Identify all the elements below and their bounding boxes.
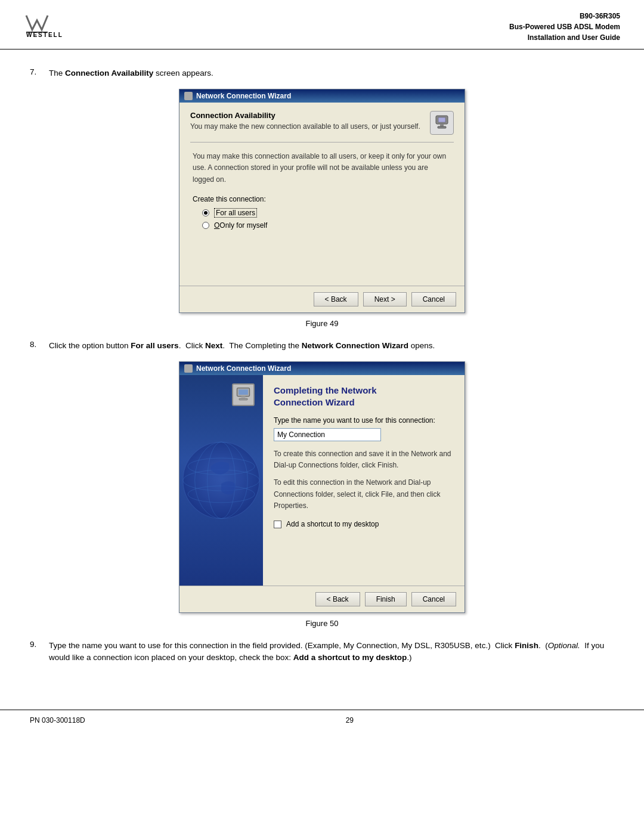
step-7: 7. The Connection Availability screen ap… <box>30 67 614 79</box>
wizard-body: Completing the Network Connection Wizard… <box>179 375 465 586</box>
dialog1-back-button[interactable]: < Back <box>314 292 358 306</box>
footer-page: 29 <box>346 716 354 724</box>
radio-for-all-users-label: For all users <box>214 208 257 218</box>
wizard-left-device-icon <box>232 383 255 406</box>
step-8-bold2: Next <box>205 341 222 350</box>
logo-area: WESTELL <box>24 11 78 38</box>
step-9-bold2: Add a shortcut to my desktop <box>293 653 407 662</box>
shortcut-label: Add a shortcut to my desktop <box>286 520 379 528</box>
dialog1-next-button[interactable]: Next > <box>363 292 407 306</box>
create-label: Create this connection: <box>190 195 454 203</box>
step-8-text: Click the option button For all users. C… <box>49 340 614 352</box>
step-7-bold: Connection Availability <box>65 69 153 78</box>
shortcut-checkbox[interactable] <box>274 521 281 528</box>
page-footer: PN 030-300118D 29 <box>0 710 644 730</box>
dialog2-wrapper: Network Connection Wizard <box>30 361 614 613</box>
network-device-icon <box>432 113 451 132</box>
globe-graphic <box>179 375 263 586</box>
dialog2-footer: < Back Finish Cancel <box>179 586 465 612</box>
dialog1-titlebar: Network Connection Wizard <box>179 89 465 103</box>
svg-rect-15 <box>239 398 247 400</box>
figure-49-label: Figure 49 <box>30 319 614 328</box>
dialog2-back-button[interactable]: < Back <box>315 592 360 606</box>
product-line1: Bus-Powered USB ADSL Modem <box>509 21 620 32</box>
step-8-bold1: For all users <box>131 341 178 350</box>
dialog1-info: You may make this connection available t… <box>190 151 454 185</box>
dialog1-titlebar-icon <box>184 92 193 100</box>
step-7-number: 7. <box>30 67 43 79</box>
step-8-number: 8. <box>30 340 43 352</box>
radio-for-all-users[interactable]: For all users <box>202 208 454 218</box>
shortcut-checkbox-row[interactable]: Add a shortcut to my desktop <box>274 520 454 528</box>
dialog2-titlebar: Network Connection Wizard <box>179 362 465 375</box>
svg-rect-13 <box>239 389 248 395</box>
westell-logo: WESTELL <box>24 11 78 38</box>
dialog1-header-text: Connection Availability You may make the… <box>190 111 420 131</box>
radio-for-all-users-input[interactable] <box>202 209 209 216</box>
connection-name-input[interactable] <box>274 428 381 441</box>
main-content: 7. The Connection Availability screen ap… <box>0 61 644 692</box>
step-9-italic1: Optional. <box>548 641 580 650</box>
step-9-bold1: Finish <box>515 641 538 650</box>
step-9-number: 9. <box>30 640 43 664</box>
step-9: 9. Type the name you want to use for thi… <box>30 640 614 664</box>
step-9-text: Type the name you want to use for this c… <box>49 640 614 664</box>
dialog1-header-title: Connection Availability <box>190 111 420 120</box>
step-8: 8. Click the option button For all users… <box>30 340 614 352</box>
step-7-text: The Connection Availability screen appea… <box>49 67 614 79</box>
dialog1-icon <box>430 111 454 135</box>
svg-text:WESTELL: WESTELL <box>26 32 63 38</box>
footer-pn: PN 030-300118D <box>30 716 85 724</box>
svg-rect-3 <box>438 117 445 122</box>
dialog1-body: Connection Availability You may make the… <box>179 103 465 286</box>
svg-rect-5 <box>438 126 446 128</box>
connection-availability-dialog: Network Connection Wizard Connection Ava… <box>179 89 465 313</box>
svg-rect-14 <box>242 397 246 399</box>
dialog1-title: Network Connection Wizard <box>196 92 291 100</box>
dialog1-footer: < Back Next > Cancel <box>179 286 465 312</box>
wizard-desc2: To edit this connection in the Network a… <box>274 477 454 512</box>
dialog1-spacer <box>190 241 454 277</box>
radio-only-myself[interactable]: OOnly for myself <box>202 221 454 230</box>
wizard-left-panel <box>179 375 263 586</box>
dialog2-title: Network Connection Wizard <box>196 364 291 373</box>
radio-only-myself-input[interactable] <box>202 222 209 229</box>
wizard-completing-title: Completing the Network Connection Wizard <box>274 385 454 408</box>
svg-point-6 <box>183 442 259 518</box>
dialog1-cancel-button[interactable]: Cancel <box>411 292 456 306</box>
page-header: WESTELL B90-36R305 Bus-Powered USB ADSL … <box>0 0 644 49</box>
dialog2-finish-button[interactable]: Finish <box>365 592 407 606</box>
wizard-desc1: To create this connection and save it in… <box>274 448 454 471</box>
dialog1-wrapper: Network Connection Wizard Connection Ava… <box>30 89 614 313</box>
dialog1-header-section: Connection Availability You may make the… <box>190 111 454 143</box>
dialog2-titlebar-icon <box>184 364 193 373</box>
dialog2-cancel-button[interactable]: Cancel <box>411 592 456 606</box>
figure-50-label: Figure 50 <box>30 619 614 628</box>
radio-group: For all users OOnly for myself <box>190 208 454 230</box>
svg-rect-4 <box>440 124 444 126</box>
device-icon-svg <box>235 386 252 403</box>
document-info: B90-36R305 Bus-Powered USB ADSL Modem In… <box>509 11 620 43</box>
dialog1-header-subtitle: You may make the new connection availabl… <box>190 122 420 131</box>
completing-wizard-dialog: Network Connection Wizard <box>179 361 465 613</box>
radio-only-myself-label: OOnly for myself <box>214 221 267 230</box>
wizard-field-label: Type the name you want to use for this c… <box>274 416 454 425</box>
doc-number: B90-36R305 <box>509 11 620 21</box>
step-8-bold3: Network Connection Wizard <box>302 341 408 350</box>
product-line2: Installation and User Guide <box>509 32 620 43</box>
wizard-right-panel: Completing the Network Connection Wizard… <box>263 375 465 586</box>
